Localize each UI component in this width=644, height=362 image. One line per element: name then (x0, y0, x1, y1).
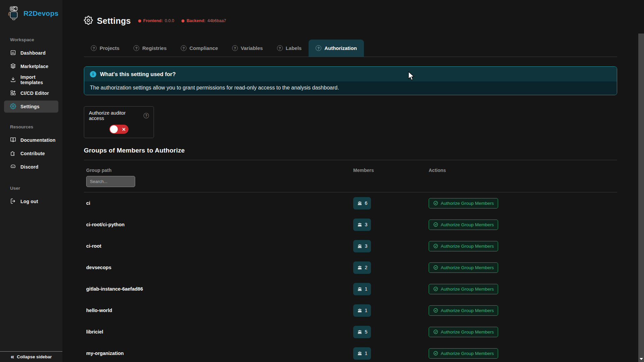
group-path: hello-world (84, 308, 353, 313)
tab-variables[interactable]: Variables (225, 40, 270, 57)
discord-icon (10, 164, 16, 171)
group-path: my-organization (84, 351, 353, 356)
tab-compliance[interactable]: Compliance (174, 40, 225, 57)
question-circle-icon (144, 113, 149, 118)
groups-heading: Groups of Members to Authorize (84, 147, 617, 154)
sidebar-footer: Collapse sidebar (0, 351, 62, 362)
app-logo[interactable]: R2Devops (0, 0, 62, 25)
members-count: 3 (365, 243, 368, 249)
info-box-title: What's this setting used for? (100, 71, 176, 77)
vertical-scrollbar[interactable] (638, 34, 644, 362)
main-content: Settings Frontend: 0.0.0 Backend: 44b6ba… (62, 0, 638, 362)
group-search-input[interactable] (86, 176, 135, 187)
authorize-button-label: Authorize Group Members (441, 222, 494, 227)
group-row: ci 6 Authorize Group Members (84, 192, 617, 214)
groups-table-header: Group path Members Actions (84, 168, 617, 187)
tab-labels[interactable]: Labels (270, 40, 309, 57)
sidebar-item-dashboard[interactable]: Dashboard (4, 47, 58, 59)
authorize-group-members-button[interactable]: Authorize Group Members (429, 262, 498, 273)
sidebar-item-contribute[interactable]: Contribute (4, 147, 58, 160)
auditor-access-label: Authorize auditor access (89, 110, 141, 121)
check-circle-icon (433, 351, 438, 356)
group-row: hello-world 1 Authorize Group Members (84, 300, 617, 321)
tab-label: Variables (241, 45, 263, 51)
users-icon (357, 329, 363, 335)
column-actions: Actions (429, 168, 617, 173)
sidebar-item-cicd-editor[interactable]: CI/CD Editor (4, 87, 58, 99)
members-badge[interactable]: 2 (353, 261, 371, 274)
tab-registries[interactable]: Registries (126, 40, 174, 57)
authorize-group-members-button[interactable]: Authorize Group Members (429, 198, 498, 208)
members-count: 6 (365, 200, 368, 206)
group-path: gitlab-instance-6aefad86 (84, 286, 353, 292)
group-row: ci-root 3 Authorize Group Members (84, 235, 617, 257)
robot-mascot-icon (7, 5, 21, 21)
sidebar-item-import-templates[interactable]: Import templates (4, 74, 58, 86)
group-row: ci-root/ci-python 3 Authorize Group Memb… (84, 214, 617, 235)
authorize-group-members-button[interactable]: Authorize Group Members (429, 327, 498, 337)
sidebar-item-marketplace[interactable]: Marketplace (4, 60, 58, 72)
backend-version: Backend: 44b6baa7 (181, 18, 226, 23)
members-badge[interactable]: 1 (353, 304, 371, 317)
authorize-group-members-button[interactable]: Authorize Group Members (429, 284, 498, 294)
users-icon (357, 351, 363, 356)
authorize-button-label: Authorize Group Members (441, 329, 494, 335)
sidebar-item-label: Dashboard (20, 50, 46, 56)
grid-plus-icon (10, 90, 16, 97)
page-header: Settings Frontend: 0.0.0 Backend: 44b6ba… (84, 0, 617, 27)
sidebar-item-settings[interactable]: Settings (4, 101, 58, 113)
members-count: 1 (365, 286, 368, 292)
info-circle-icon (90, 71, 96, 77)
collapse-sidebar-button[interactable]: Collapse sidebar (0, 352, 62, 362)
group-path: ci (84, 200, 353, 206)
members-badge[interactable]: 5 (353, 326, 371, 338)
question-circle-icon (277, 45, 283, 51)
sidebar-item-label: Settings (20, 104, 40, 109)
sidebar-item-discord[interactable]: Discord (4, 161, 58, 173)
layers-icon (10, 63, 16, 70)
authorize-button-label: Authorize Group Members (441, 244, 494, 249)
toggle-knob (110, 125, 118, 133)
sidebar-item-label: CI/CD Editor (20, 90, 49, 96)
users-icon (357, 200, 363, 206)
sidebar-item-label: Import templates (20, 74, 56, 85)
group-row: my-organization 1 Authorize Group Member… (84, 343, 617, 362)
divider (84, 160, 617, 160)
sidebar-section-resources: Resources (0, 124, 62, 129)
authorize-group-members-button[interactable]: Authorize Group Members (429, 348, 498, 359)
group-row: gitlab-instance-6aefad86 1 Authorize Gro… (84, 278, 617, 300)
sidebar-item-documentation[interactable]: Documentation (4, 134, 58, 146)
members-badge[interactable]: 3 (353, 240, 371, 252)
check-circle-icon (433, 286, 438, 292)
auditor-access-toggle[interactable] (109, 125, 128, 134)
group-row: devsecops 2 Authorize Group Members (84, 257, 617, 278)
members-badge[interactable]: 6 (353, 197, 371, 209)
members-count: 5 (365, 329, 368, 335)
auditor-access-card: Authorize auditor access (84, 106, 154, 138)
tab-label: Compliance (190, 45, 218, 51)
x-icon (122, 127, 126, 132)
check-circle-icon (433, 200, 438, 206)
tab-authorization[interactable]: Authorization (309, 40, 364, 57)
check-circle-icon (433, 308, 438, 313)
users-icon (357, 308, 363, 313)
tab-label: Labels (286, 45, 302, 51)
authorize-button-label: Authorize Group Members (441, 308, 494, 313)
authorize-group-members-button[interactable]: Authorize Group Members (429, 220, 498, 230)
members-badge[interactable]: 3 (353, 219, 371, 231)
authorize-group-members-button[interactable]: Authorize Group Members (429, 241, 498, 251)
authorize-group-members-button[interactable]: Authorize Group Members (429, 305, 498, 316)
sidebar-item-label: Log out (20, 199, 38, 204)
frontend-version-label: Frontend: (143, 18, 163, 23)
sidebar-item-logout[interactable]: Log out (4, 195, 58, 207)
tab-projects[interactable]: Projects (84, 40, 126, 57)
group-path: ci-root/ci-python (84, 222, 353, 227)
double-chevron-left-icon (11, 354, 14, 360)
sidebar-item-label: Contribute (20, 151, 45, 156)
status-dot-icon (138, 19, 141, 22)
bar-chart-icon (10, 50, 16, 57)
members-badge[interactable]: 1 (353, 347, 371, 360)
members-count: 3 (365, 222, 368, 227)
scroll-down-arrow-icon[interactable] (640, 358, 643, 360)
members-badge[interactable]: 1 (353, 283, 371, 295)
